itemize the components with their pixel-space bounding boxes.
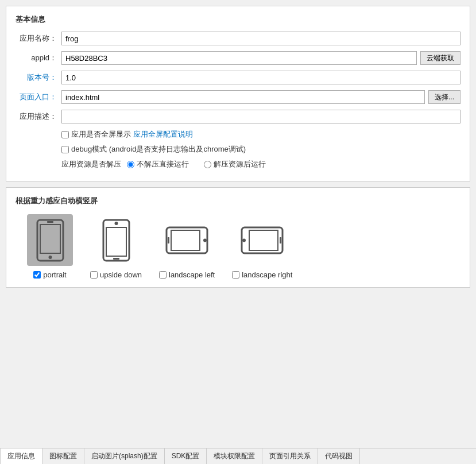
portrait-label[interactable]: portrait xyxy=(43,270,66,279)
debug-checkbox[interactable] xyxy=(61,146,69,153)
upsidedown-label[interactable]: upside down xyxy=(100,270,142,279)
orientation-options: portrait upside down xyxy=(16,214,460,279)
svg-rect-0 xyxy=(37,220,63,261)
landscape-right-checkbox[interactable] xyxy=(232,271,239,279)
tab-bar: 应用信息 图标配置 启动图片(splash)配置 SDK配置 模块权限配置 页面… xyxy=(0,448,476,464)
tab-sdk-config[interactable]: SDK配置 xyxy=(165,448,207,464)
orientation-landscape-left: landscape left xyxy=(159,214,215,279)
app-name-label: 应用名称： xyxy=(16,33,57,44)
tab-app-info[interactable]: 应用信息 xyxy=(0,448,42,464)
radio-decompress[interactable]: 解压资源后运行 xyxy=(204,159,272,169)
svg-rect-7 xyxy=(113,258,119,260)
app-name-row: 应用名称： xyxy=(16,32,460,45)
portrait-icon-bg xyxy=(27,214,73,266)
svg-rect-13 xyxy=(249,230,278,250)
svg-rect-4 xyxy=(103,220,129,261)
svg-rect-12 xyxy=(242,227,282,253)
svg-point-14 xyxy=(242,238,246,242)
upsidedown-checkbox[interactable] xyxy=(90,271,98,279)
tab-splash-config[interactable]: 启动图片(splash)配置 xyxy=(84,448,165,464)
version-label: 版本号： xyxy=(16,72,57,83)
landscape-right-icon-bg xyxy=(239,214,285,266)
page-entry-input[interactable] xyxy=(61,90,425,104)
orientation-landscape-right: landscape right xyxy=(232,214,292,279)
page-entry-label: 页面入口： xyxy=(16,92,57,102)
tab-icon-config[interactable]: 图标配置 xyxy=(42,448,84,464)
basic-info-section: 基本信息 应用名称： appid： 云端获取 版本号： 页面入口： 选择... … xyxy=(6,6,470,181)
cloud-fetch-button[interactable]: 云端获取 xyxy=(420,51,460,65)
appid-label: appid： xyxy=(16,53,57,63)
svg-point-10 xyxy=(203,238,207,242)
orientation-section: 根据重力感应自动横竖屏 portrait xyxy=(6,187,470,288)
app-desc-label: 应用描述： xyxy=(16,111,57,122)
appid-row: appid： 云端获取 xyxy=(16,51,460,65)
fullscreen-checkbox[interactable] xyxy=(61,131,69,138)
orientation-title: 根据重力感应自动横竖屏 xyxy=(16,196,460,206)
svg-rect-8 xyxy=(167,227,207,253)
landscape-right-label[interactable]: landscape right xyxy=(242,270,292,279)
app-name-input[interactable] xyxy=(61,32,460,45)
appid-input[interactable] xyxy=(61,51,417,65)
tab-page-refs[interactable]: 页面引用关系 xyxy=(262,448,318,464)
page-entry-row: 页面入口： 选择... xyxy=(16,90,460,104)
fullscreen-config-link[interactable]: 应用全屏配置说明 xyxy=(133,130,193,138)
version-row: 版本号： xyxy=(16,71,460,84)
landscape-left-label-row: landscape left xyxy=(159,270,215,279)
svg-rect-11 xyxy=(168,237,169,243)
landscape-right-label-row: landscape right xyxy=(232,270,292,279)
compress-row: 应用资源是否解压 不解压直接运行 解压资源后运行 xyxy=(16,159,460,169)
landscape-left-label[interactable]: landscape left xyxy=(169,270,215,279)
tab-module-permissions[interactable]: 模块权限配置 xyxy=(207,448,262,464)
fullscreen-label[interactable]: 应用是否全屏显示 应用全屏配置说明 xyxy=(71,129,193,140)
landscape-left-icon-bg xyxy=(164,214,210,266)
svg-rect-1 xyxy=(40,225,60,253)
svg-rect-3 xyxy=(47,221,53,223)
portrait-phone-icon xyxy=(34,219,66,262)
radio-no-decompress-input[interactable] xyxy=(127,161,134,168)
version-input[interactable] xyxy=(61,71,460,84)
orientation-upsidedown: upside down xyxy=(90,214,142,279)
landscape-left-phone-icon xyxy=(165,225,208,256)
upsidedown-label-row: upside down xyxy=(90,270,142,279)
upsidedown-phone-icon xyxy=(100,219,132,262)
landscape-right-phone-icon xyxy=(241,225,284,256)
svg-point-6 xyxy=(114,222,118,225)
svg-rect-9 xyxy=(171,230,200,250)
debug-row: debug模式 (android是否支持日志输出及chrome调试) xyxy=(16,144,460,154)
debug-label[interactable]: debug模式 (android是否支持日志输出及chrome调试) xyxy=(71,144,246,154)
app-desc-row: 应用描述： xyxy=(16,110,460,123)
basic-info-title: 基本信息 xyxy=(16,14,460,25)
landscape-left-checkbox[interactable] xyxy=(159,271,167,279)
tab-code-view[interactable]: 代码视图 xyxy=(318,448,360,464)
app-desc-input[interactable] xyxy=(61,110,460,123)
orientation-portrait: portrait xyxy=(27,214,73,279)
radio-decompress-input[interactable] xyxy=(204,161,211,168)
svg-rect-5 xyxy=(106,227,126,256)
fullscreen-row: 应用是否全屏显示 应用全屏配置说明 xyxy=(16,129,460,140)
radio-no-decompress[interactable]: 不解压直接运行 xyxy=(127,159,195,169)
svg-point-2 xyxy=(48,256,52,259)
compress-label: 应用资源是否解压 xyxy=(61,159,121,169)
upsidedown-icon-bg xyxy=(93,214,139,266)
portrait-label-row: portrait xyxy=(33,270,66,279)
choose-button[interactable]: 选择... xyxy=(428,90,460,104)
portrait-checkbox[interactable] xyxy=(33,271,41,279)
svg-rect-15 xyxy=(280,237,281,243)
